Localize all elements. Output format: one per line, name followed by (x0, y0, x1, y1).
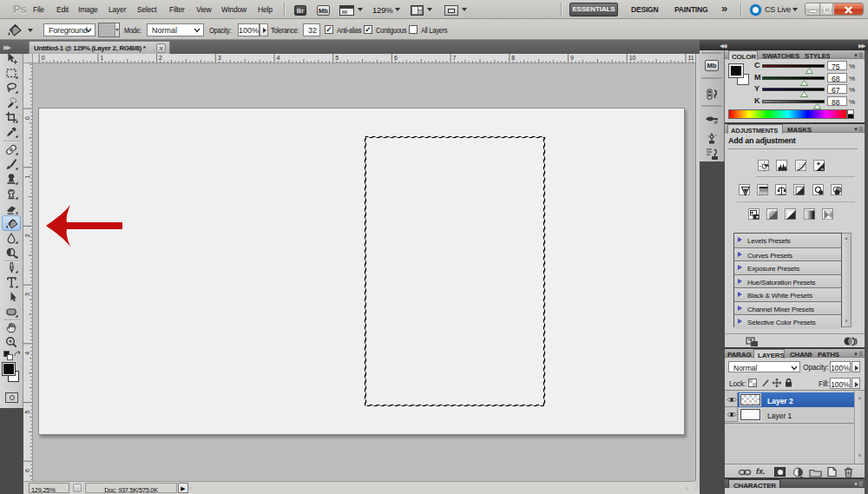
svg-text:6: 6 (24, 469, 30, 472)
svg-text:3: 3 (218, 55, 221, 61)
svg-text:8: 8 (511, 55, 515, 61)
svg-text:5: 5 (24, 410, 30, 413)
svg-text:2: 2 (159, 55, 162, 61)
svg-text:5: 5 (335, 55, 339, 61)
svg-text:11: 11 (687, 55, 694, 61)
svg-text:1: 1 (100, 55, 103, 61)
svg-text:9: 9 (570, 55, 574, 61)
svg-text:0: 0 (24, 116, 30, 120)
svg-text:3: 3 (24, 293, 30, 296)
svg-text:2: 2 (24, 234, 30, 237)
svg-text:4: 4 (24, 352, 30, 355)
svg-text:6: 6 (394, 55, 398, 61)
svg-text:4: 4 (277, 55, 280, 61)
svg-text:7: 7 (453, 55, 457, 61)
svg-text:10: 10 (629, 55, 636, 61)
svg-text:1: 1 (24, 175, 30, 179)
svg-text:0: 0 (42, 55, 45, 61)
